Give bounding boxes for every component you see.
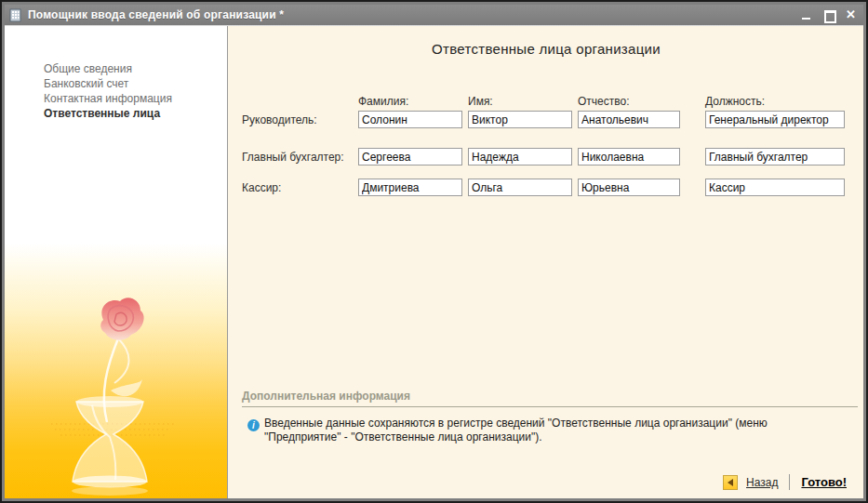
column-header-name: Имя: <box>468 95 572 108</box>
additional-info-header: Дополнительная информация <box>242 390 858 407</box>
sidebar-item-general[interactable]: Общие сведения <box>44 61 172 76</box>
row-label-director: Руководитель: <box>242 113 317 126</box>
cashier-patronymic-input[interactable] <box>578 179 680 196</box>
cashier-position-input[interactable] <box>705 179 845 196</box>
accountant-surname-input[interactable] <box>358 148 462 165</box>
client-area: Общие сведения Банковский счет Контактна… <box>5 25 863 498</box>
accountant-patronymic-input[interactable] <box>578 148 680 165</box>
minimize-button[interactable] <box>801 9 812 20</box>
page-title: Ответственные лица организации <box>229 41 863 57</box>
column-header-patronymic: Отчество: <box>578 95 680 108</box>
close-button[interactable]: ✕ <box>846 9 856 20</box>
accountant-name-input[interactable] <box>468 148 572 165</box>
info-icon: i <box>247 419 260 431</box>
window-controls: ✕ <box>801 9 858 20</box>
additional-info-text: Введенные данные сохраняются в регистре … <box>264 417 822 444</box>
back-arrow-icon <box>728 479 733 486</box>
maximize-button[interactable] <box>823 9 835 20</box>
back-link[interactable]: Назад <box>746 476 778 489</box>
row-label-cashier: Кассир: <box>242 181 281 194</box>
cashier-name-input[interactable] <box>468 179 572 196</box>
director-patronymic-input[interactable] <box>578 111 680 128</box>
director-position-input[interactable] <box>705 111 845 128</box>
rose-vase-illustration <box>49 294 176 496</box>
wizard-step-list: Общие сведения Банковский счет Контактна… <box>44 61 172 121</box>
title-bar[interactable]: Помощник ввода сведений об организации *… <box>5 5 863 25</box>
wizard-page-content: Ответственные лица организации Фамилия: … <box>229 26 863 498</box>
building-icon <box>8 8 22 22</box>
row-label-chief-accountant: Главный бухгалтер: <box>242 151 344 164</box>
sidebar-item-contact-info[interactable]: Контактная информация <box>44 91 172 106</box>
column-header-position: Должность: <box>705 95 845 108</box>
footer-separator <box>789 474 790 490</box>
wizard-steps-sidebar: Общие сведения Банковский счет Контактна… <box>5 26 228 498</box>
window-title: Помощник ввода сведений об организации * <box>28 8 795 21</box>
column-header-surname: Фамилия: <box>358 95 462 108</box>
sidebar-item-bank-account[interactable]: Банковский счет <box>44 76 172 91</box>
cashier-surname-input[interactable] <box>358 179 462 196</box>
sidebar-item-responsible-persons[interactable]: Ответственные лица <box>44 106 172 121</box>
accountant-position-input[interactable] <box>705 148 845 165</box>
director-surname-input[interactable] <box>358 111 462 128</box>
wizard-footer-nav: Назад Готово! <box>723 474 847 490</box>
wizard-window: Помощник ввода сведений об организации *… <box>0 0 868 503</box>
done-link[interactable]: Готово! <box>801 475 847 489</box>
director-name-input[interactable] <box>468 111 572 128</box>
back-button[interactable] <box>723 475 738 490</box>
